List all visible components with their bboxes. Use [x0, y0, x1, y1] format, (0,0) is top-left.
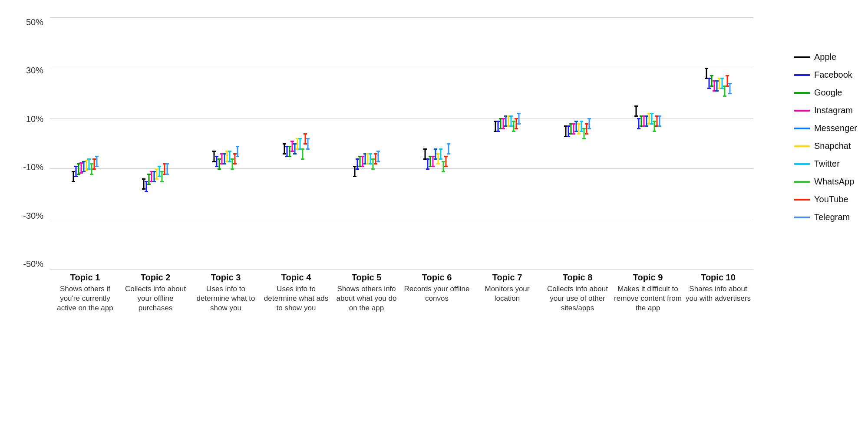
- error-bar-vert: [365, 153, 366, 163]
- error-bar-vert: [360, 156, 361, 166]
- error-bar-top-tick: [74, 166, 78, 167]
- error-bar-vert: [227, 151, 228, 161]
- y-axis: 50%30%10%-10%-30%-50%: [17, 17, 48, 269]
- error-bar-bottom-tick: [496, 131, 500, 132]
- error-bar-top-tick: [442, 161, 445, 162]
- error-bar-vert: [164, 163, 165, 173]
- error-bar-top-tick: [705, 68, 708, 69]
- x-topic: Topic 9Makes it difficult to remove cont…: [613, 273, 683, 313]
- error-bar-vert: [287, 146, 288, 156]
- error-bar-vert: [719, 78, 720, 88]
- error-bar-top-tick: [376, 151, 380, 152]
- error-bar-vert: [508, 115, 509, 125]
- error-bar-bottom-tick: [715, 90, 719, 92]
- error-bar-vert: [151, 171, 152, 181]
- error-bar-vert: [367, 153, 369, 163]
- error-bar-vert: [432, 156, 434, 166]
- error-bar-vert: [162, 171, 163, 181]
- grid-line: [50, 269, 753, 270]
- error-bar-bottom-tick: [653, 131, 656, 132]
- error-bar-bottom-tick: [587, 128, 591, 129]
- error-bar-vert: [430, 156, 431, 166]
- y-axis-label: -30%: [17, 211, 48, 221]
- error-bar-bottom-tick: [361, 166, 364, 167]
- error-bar-vert: [659, 115, 660, 125]
- error-bar-top-tick: [142, 178, 145, 180]
- error-bar-top-tick: [369, 153, 372, 155]
- error-bar-bottom-tick: [145, 191, 148, 192]
- error-bar-top-tick: [650, 113, 653, 114]
- error-bar-bottom-tick: [165, 174, 169, 175]
- x-topic: Topic 2Collects info about your offline …: [120, 273, 191, 313]
- error-bar-bottom-tick: [353, 176, 356, 177]
- error-bar-top-tick: [228, 151, 231, 152]
- error-bar-bottom-tick: [288, 156, 291, 157]
- error-bar-bottom-tick: [720, 88, 724, 89]
- error-bar-top-tick: [496, 121, 500, 122]
- error-bar-bottom-tick: [236, 156, 239, 157]
- error-bar-vert: [425, 148, 426, 158]
- x-topic: Topic 3Uses info to determine what to sh…: [191, 273, 261, 313]
- error-bar-vert: [641, 115, 642, 125]
- error-bar-vert: [636, 105, 637, 115]
- error-bar-top-tick: [436, 153, 440, 155]
- error-bar-top-tick: [577, 123, 581, 125]
- error-bar-vert: [216, 156, 218, 166]
- error-bar-bottom-tick: [158, 176, 161, 177]
- error-bar-vert: [518, 113, 520, 123]
- error-bar-bottom-tick: [356, 168, 359, 170]
- error-bar-top-tick: [90, 163, 93, 164]
- error-bar-top-tick: [288, 146, 291, 147]
- error-bar-bottom-tick: [567, 136, 570, 137]
- error-bar-top-tick: [728, 83, 732, 84]
- error-bar-bottom-tick: [142, 188, 145, 190]
- error-bar-vert: [302, 148, 304, 158]
- error-bar-bottom-tick: [645, 125, 648, 127]
- error-bar-bottom-tick: [650, 123, 653, 125]
- error-bar-top-tick: [77, 163, 80, 164]
- error-bar-top-tick: [374, 153, 377, 155]
- error-bar-top-tick: [223, 153, 226, 155]
- error-bar-top-tick: [423, 148, 427, 150]
- error-bar-top-tick: [634, 105, 638, 107]
- error-bar-bottom-tick: [434, 158, 437, 160]
- error-bar-top-tick: [236, 146, 239, 147]
- error-bar-bottom-tick: [304, 143, 307, 145]
- y-axis-label: 30%: [17, 66, 48, 76]
- error-bar-top-tick: [218, 158, 221, 160]
- error-bar-top-tick: [509, 115, 513, 117]
- error-bar-bottom-tick: [160, 181, 164, 182]
- error-bar-bottom-tick: [77, 174, 80, 175]
- error-bar-vert: [576, 121, 577, 131]
- error-bar-bottom-tick: [95, 166, 99, 167]
- error-bar-vert: [706, 68, 707, 78]
- error-bar-vert: [354, 166, 356, 176]
- error-bar-top-tick: [574, 121, 578, 122]
- x-topic: Topic 7Monitors your location: [472, 273, 542, 313]
- error-bar-top-tick: [434, 148, 437, 150]
- error-bar-vert: [292, 141, 293, 151]
- error-bar-bottom-tick: [707, 88, 711, 89]
- error-bar-bottom-tick: [444, 166, 448, 167]
- error-bar-top-tick: [502, 118, 505, 119]
- error-bar-top-tick: [585, 123, 588, 125]
- error-bar-bottom-tick: [376, 161, 380, 162]
- error-bar-bottom-tick: [436, 163, 440, 164]
- y-axis-label: -10%: [17, 162, 48, 172]
- error-bar-bottom-tick: [283, 153, 286, 155]
- error-bar-top-tick: [653, 121, 656, 122]
- chart-container: AppleFacebookGoogleInstagramMessengerSna…: [0, 0, 868, 434]
- error-bar-vert: [714, 80, 715, 90]
- error-bar-top-tick: [637, 118, 640, 119]
- error-bar-vert: [297, 138, 298, 148]
- error-bar-top-tick: [306, 138, 310, 139]
- error-bar-bottom-tick: [439, 158, 442, 160]
- error-bar-bottom-tick: [306, 148, 310, 150]
- error-bar-top-tick: [371, 158, 375, 160]
- error-bar-top-tick: [726, 75, 729, 76]
- error-bar-vert: [729, 83, 731, 93]
- error-bar-bottom-tick: [431, 166, 435, 167]
- error-bar-bottom-tick: [710, 85, 713, 87]
- error-bar-top-tick: [301, 148, 304, 150]
- x-topic: Topic 8Collects info about your use of o…: [542, 273, 613, 313]
